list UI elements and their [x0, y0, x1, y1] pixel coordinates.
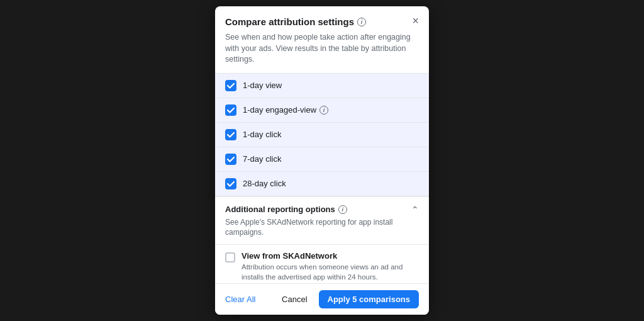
modal-footer: Clear All Cancel Apply 5 comparisons [215, 283, 429, 315]
checkmark-icon [225, 80, 236, 91]
checkmark-icon [225, 178, 236, 189]
modal-header: Compare attribution settings i × [215, 6, 429, 32]
svg-rect-2 [225, 129, 236, 140]
modal-overlay: Compare attribution settings i × See whe… [0, 0, 644, 321]
engaged-view-info-icon[interactable]: i [319, 106, 328, 115]
checkbox-label: 7-day click [243, 154, 281, 164]
checkmark-icon [225, 104, 236, 116]
modal-subtitle: See when and how people take action afte… [215, 32, 429, 73]
skad-view-desc: Attribution occurs when someone views an… [242, 262, 419, 282]
additional-info-icon[interactable]: i [338, 205, 347, 214]
cancel-button[interactable]: Cancel [275, 291, 313, 308]
checkbox-item-28day-click[interactable]: 28-day click [215, 172, 429, 196]
checkbox-label: 1-day view [243, 81, 282, 90]
clear-all-button[interactable]: Clear All [225, 295, 255, 304]
checkbox-label: 1-day engaged-view i [243, 105, 328, 115]
footer-right-actions: Cancel Apply 5 comparisons [275, 290, 419, 308]
svg-rect-3 [225, 154, 236, 165]
title-info-icon[interactable]: i [357, 18, 366, 26]
additional-section-desc: See Apple's SKAdNetwork reporting for ap… [215, 217, 429, 245]
checkbox-label: 28-day click [243, 179, 286, 188]
apply-comparisons-button[interactable]: Apply 5 comparisons [319, 290, 419, 308]
skad-view-text: View from SKAdNetwork Attribution occurs… [242, 251, 419, 282]
additional-options-header: Additional reporting options i ⌃ [215, 196, 429, 217]
svg-rect-1 [225, 104, 236, 116]
chevron-up-icon[interactable]: ⌃ [411, 205, 419, 215]
attribution-checkbox-list: 1-day view 1-day engaged-view i [215, 73, 429, 196]
checkbox-label: 1-day click [243, 130, 281, 139]
checkbox-item-1day-view[interactable]: 1-day view [215, 74, 429, 98]
modal-title: Compare attribution settings i [225, 16, 366, 27]
checkmark-icon [225, 154, 236, 165]
checkbox-item-7day-click[interactable]: 7-day click [215, 147, 429, 172]
checkmark-icon [225, 129, 236, 140]
svg-rect-0 [225, 80, 236, 91]
svg-rect-4 [225, 178, 236, 189]
skad-view-item[interactable]: View from SKAdNetwork Attribution occurs… [215, 244, 429, 283]
additional-section-title: Additional reporting options i [225, 205, 347, 214]
skad-view-checkbox[interactable] [225, 252, 235, 262]
modal-title-text: Compare attribution settings [225, 16, 354, 27]
modal-body: 1-day view 1-day engaged-view i [215, 73, 429, 284]
close-button[interactable]: × [412, 15, 419, 26]
checkbox-item-1day-engaged[interactable]: 1-day engaged-view i [215, 98, 429, 123]
compare-attribution-modal: Compare attribution settings i × See whe… [215, 6, 429, 315]
checkbox-item-1day-click[interactable]: 1-day click [215, 123, 429, 147]
skad-view-title: View from SKAdNetwork [242, 251, 419, 261]
